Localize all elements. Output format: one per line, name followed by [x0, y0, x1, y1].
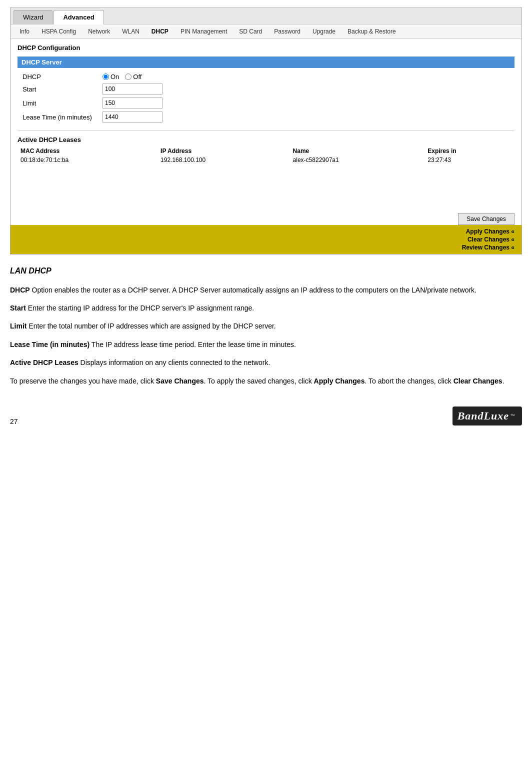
lease-input[interactable]: 1440 — [102, 112, 162, 122]
footer: 27 BandLuxe™ — [10, 406, 522, 426]
nav-tab-wlan[interactable]: WLAN — [117, 26, 144, 36]
ui-panel: Wizard Advanced Info HSPA Config Network… — [10, 8, 522, 254]
lease-row: Lease Time (in minutes) 1440 — [22, 112, 514, 122]
lease-value-wrap: 1440 — [102, 112, 162, 122]
doc-para-dhcp: DHCP Option enables the router as a DCHP… — [10, 284, 522, 296]
nav-tab-network[interactable]: Network — [83, 26, 115, 36]
nav-tab-sd-card[interactable]: SD Card — [234, 26, 267, 36]
dhcp-label: DHCP — [22, 73, 102, 80]
review-changes-link[interactable]: Review Changes « — [462, 244, 514, 251]
col-name: Name — [290, 146, 425, 156]
desc-leases: Displays information on any clients conn… — [78, 358, 270, 366]
nav-tab-info[interactable]: Info — [14, 26, 34, 36]
leases-section: Active DHCP Leases MAC Address IP Addres… — [18, 136, 514, 164]
start-label: Start — [22, 86, 102, 93]
nav-tab-password[interactable]: Password — [269, 26, 306, 36]
dhcp-form: DHCP On Off Start 100 — [22, 73, 514, 122]
limit-label: Limit — [22, 100, 102, 107]
col-ip: IP Address — [158, 146, 290, 156]
lease-label: Lease Time (in minutes) — [22, 114, 102, 121]
desc-lease: The IP address lease time period. Enter … — [90, 340, 296, 348]
dhcp-radio-group: On Off — [102, 73, 142, 80]
apply-changes-link[interactable]: Apply Changes « — [466, 228, 514, 235]
nav-tab-hspa-config[interactable]: HSPA Config — [36, 26, 81, 36]
limit-value-wrap: 150 — [102, 98, 162, 108]
tab-advanced[interactable]: Advanced — [54, 10, 104, 24]
page-number: 27 — [10, 418, 18, 426]
dhcp-on-text: On — [110, 73, 119, 80]
desc-start: Enter the starting IP address for the DH… — [26, 304, 254, 312]
save-changes-button[interactable]: Save Changes — [458, 213, 514, 225]
last-prefix: To preserve the changes you have made, c… — [10, 377, 156, 385]
dhcp-server-bar: DHCP Server — [18, 56, 514, 68]
leases-header: MAC Address IP Address Name Expires in — [18, 146, 514, 156]
content-area: DHCP Configuration DHCP Server DHCP On O… — [10, 39, 522, 209]
clear-changes-link[interactable]: Clear Changes « — [468, 236, 514, 243]
nav-tab-dhcp[interactable]: DHCP — [146, 26, 174, 36]
doc-para-last: To preserve the changes you have made, c… — [10, 376, 522, 386]
last-clear: Clear Changes — [454, 377, 502, 385]
doc-para-leases: Active DHCP Leases Displays information … — [10, 357, 522, 368]
logo-text: BandLuxe — [458, 410, 509, 422]
start-value-wrap: 100 — [102, 84, 162, 94]
term-lease: Lease Time (in minutes) — [10, 340, 90, 348]
last-apply: Apply Changes — [314, 377, 365, 385]
last-mid2: . To abort the changes, click — [364, 377, 453, 385]
dhcp-on-label[interactable]: On — [102, 73, 119, 80]
last-mid1: . To apply the saved changes, click — [204, 377, 314, 385]
nav-tab-pin-management[interactable]: PIN Management — [176, 26, 232, 36]
doc-para-lease: Lease Time (in minutes) The IP address l… — [10, 339, 522, 350]
dhcp-off-label[interactable]: Off — [125, 73, 142, 80]
desc-limit: Enter the total number of IP addresses w… — [26, 322, 276, 330]
dhcp-off-radio[interactable] — [125, 74, 132, 80]
tab-bar-top: Wizard Advanced — [10, 8, 522, 24]
bandluxe-logo: BandLuxe™ — [452, 406, 522, 426]
dhcp-on-radio[interactable] — [102, 74, 109, 80]
start-row: Start 100 — [22, 84, 514, 94]
term-start: Start — [10, 304, 26, 312]
dhcp-off-text: Off — [133, 73, 142, 80]
term-dhcp: DHCP — [10, 286, 30, 294]
action-bar: Apply Changes « Clear Changes « Review C… — [10, 225, 522, 254]
nav-tab-upgrade[interactable]: Upgrade — [308, 26, 340, 36]
tab-wizard[interactable]: Wizard — [14, 10, 52, 24]
term-leases: Active DHCP Leases — [10, 358, 78, 366]
doc-section: LAN DHCP DHCP Option enables the router … — [10, 264, 522, 386]
divider — [18, 130, 514, 131]
leases-table: MAC Address IP Address Name Expires in 0… — [18, 146, 514, 164]
cell-expires: 23:27:43 — [424, 156, 514, 164]
doc-para-start: Start Enter the starting IP address for … — [10, 302, 522, 314]
cell-ip: 192.168.100.100 — [158, 156, 290, 164]
doc-para-limit: Limit Enter the total number of IP addre… — [10, 320, 522, 332]
table-row: 00:18:de:70:1c:ba 192.168.100.100 alex-c… — [18, 156, 514, 164]
dhcp-row: DHCP On Off — [22, 73, 514, 80]
col-expires: Expires in — [424, 146, 514, 156]
nav-tabs: Info HSPA Config Network WLAN DHCP PIN M… — [10, 24, 522, 39]
logo-tm: ™ — [510, 413, 515, 418]
cell-mac: 00:18:de:70:1c:ba — [18, 156, 158, 164]
nav-tab-backup-restore[interactable]: Backup & Restore — [342, 26, 401, 36]
limit-row: Limit 150 — [22, 98, 514, 108]
leases-title: Active DHCP Leases — [18, 136, 514, 144]
buttons-area: Save Changes — [10, 209, 522, 225]
last-save: Save Changes — [156, 377, 204, 385]
last-suffix: . — [502, 377, 504, 385]
cell-name: alex-c5822907a1 — [290, 156, 425, 164]
term-limit: Limit — [10, 322, 26, 330]
page-title: DHCP Configuration — [18, 44, 514, 52]
limit-input[interactable]: 150 — [102, 98, 162, 108]
desc-dhcp: Option enables the router as a DCHP serv… — [30, 286, 476, 294]
col-mac: MAC Address — [18, 146, 158, 156]
doc-title: LAN DHCP — [10, 264, 522, 278]
start-input[interactable]: 100 — [102, 84, 162, 94]
